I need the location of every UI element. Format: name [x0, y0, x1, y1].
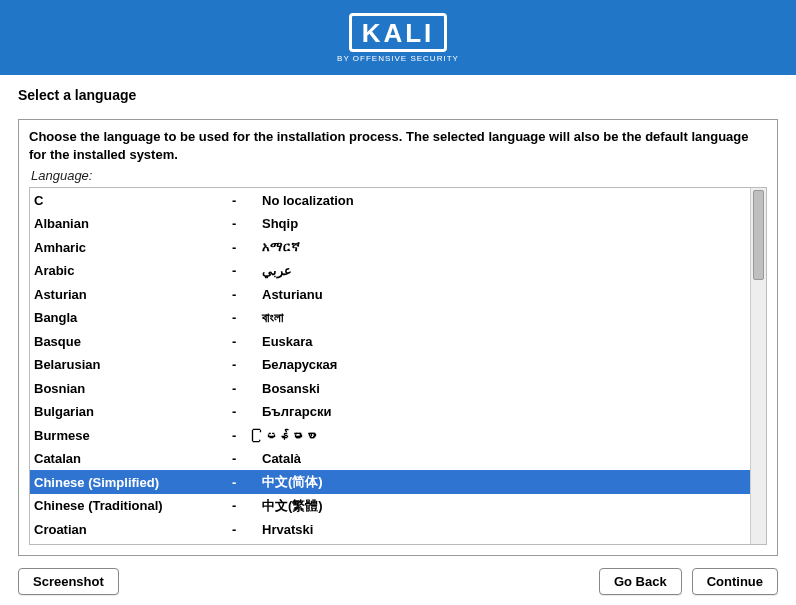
- language-native: Беларуская: [262, 357, 750, 372]
- list-item[interactable]: Albanian-Shqip: [30, 212, 750, 236]
- language-name: Croatian: [34, 522, 232, 537]
- list-item[interactable]: Bulgarian-Български: [30, 400, 750, 424]
- list-item[interactable]: Chinese (Traditional)-中文(繁體): [30, 494, 750, 518]
- logo-text: KALI: [362, 18, 435, 49]
- language-native: Bosanski: [262, 381, 750, 396]
- list-item[interactable]: Bangla-বাংলা: [30, 306, 750, 330]
- language-name: Chinese (Traditional): [34, 498, 232, 513]
- language-native: 中文(简体): [262, 473, 750, 491]
- list-item[interactable]: C-No localization: [30, 188, 750, 212]
- language-name: Amharic: [34, 240, 232, 255]
- separator: -: [232, 522, 262, 537]
- language-native: မြန်မာစာ: [262, 428, 750, 443]
- language-native: Asturianu: [262, 287, 750, 302]
- language-name: Asturian: [34, 287, 232, 302]
- list-item[interactable]: Asturian-Asturianu: [30, 282, 750, 306]
- language-label: Language:: [31, 168, 767, 183]
- main-panel: Choose the language to be used for the i…: [18, 119, 778, 556]
- footer-right: Go Back Continue: [599, 568, 778, 595]
- language-native: Euskara: [262, 334, 750, 349]
- language-name: Burmese: [34, 428, 232, 443]
- screenshot-button[interactable]: Screenshot: [18, 568, 119, 595]
- list-item[interactable]: Burmese-မြန်မာစာ: [30, 423, 750, 447]
- language-native: Shqip: [262, 216, 750, 231]
- separator: -: [232, 263, 262, 278]
- language-native: Català: [262, 451, 750, 466]
- language-name: Bosnian: [34, 381, 232, 396]
- logo-subtitle: BY OFFENSIVE SECURITY: [337, 54, 459, 63]
- list-item[interactable]: Amharic-አማርኛ: [30, 235, 750, 259]
- scrollbar-thumb[interactable]: [753, 190, 764, 280]
- list-item[interactable]: Croatian-Hrvatski: [30, 517, 750, 541]
- page-title: Select a language: [18, 87, 778, 103]
- footer: Screenshot Go Back Continue: [0, 556, 796, 595]
- separator: -: [232, 451, 262, 466]
- continue-button[interactable]: Continue: [692, 568, 778, 595]
- language-name: Basque: [34, 334, 232, 349]
- language-native: No localization: [262, 193, 750, 208]
- language-name: Belarusian: [34, 357, 232, 372]
- language-name: Bulgarian: [34, 404, 232, 419]
- separator: -: [232, 428, 262, 443]
- language-name: C: [34, 193, 232, 208]
- separator: -: [232, 240, 262, 255]
- language-native: عربي: [262, 263, 750, 278]
- separator: -: [232, 381, 262, 396]
- separator: -: [232, 357, 262, 372]
- separator: -: [232, 193, 262, 208]
- language-list-body[interactable]: C-No localizationAlbanian-ShqipAmharic-አ…: [30, 188, 750, 544]
- header-banner: KALI BY OFFENSIVE SECURITY: [0, 0, 796, 75]
- language-name: Catalan: [34, 451, 232, 466]
- logo-frame: KALI: [349, 13, 448, 52]
- separator: -: [232, 216, 262, 231]
- separator: -: [232, 498, 262, 513]
- instruction-text: Choose the language to be used for the i…: [29, 128, 767, 164]
- language-name: Arabic: [34, 263, 232, 278]
- scrollbar[interactable]: [750, 188, 766, 544]
- list-item[interactable]: Belarusian-Беларуская: [30, 353, 750, 377]
- language-name: Albanian: [34, 216, 232, 231]
- language-list: C-No localizationAlbanian-ShqipAmharic-አ…: [29, 187, 767, 545]
- list-item[interactable]: Catalan-Català: [30, 447, 750, 471]
- separator: -: [232, 404, 262, 419]
- list-item[interactable]: Bosnian-Bosanski: [30, 376, 750, 400]
- content-area: Select a language Choose the language to…: [0, 75, 796, 556]
- language-name: Bangla: [34, 310, 232, 325]
- list-item[interactable]: Chinese (Simplified)-中文(简体): [30, 470, 750, 494]
- separator: -: [232, 287, 262, 302]
- language-native: 中文(繁體): [262, 497, 750, 515]
- separator: -: [232, 475, 262, 490]
- separator: -: [232, 310, 262, 325]
- kali-logo: KALI BY OFFENSIVE SECURITY: [337, 13, 459, 63]
- language-name: Chinese (Simplified): [34, 475, 232, 490]
- go-back-button[interactable]: Go Back: [599, 568, 682, 595]
- separator: -: [232, 334, 262, 349]
- language-native: Hrvatski: [262, 522, 750, 537]
- language-native: አማርኛ: [262, 239, 750, 255]
- list-item[interactable]: Arabic-عربي: [30, 259, 750, 283]
- language-native: Български: [262, 404, 750, 419]
- list-item[interactable]: Basque-Euskara: [30, 329, 750, 353]
- language-native: বাংলা: [262, 310, 750, 326]
